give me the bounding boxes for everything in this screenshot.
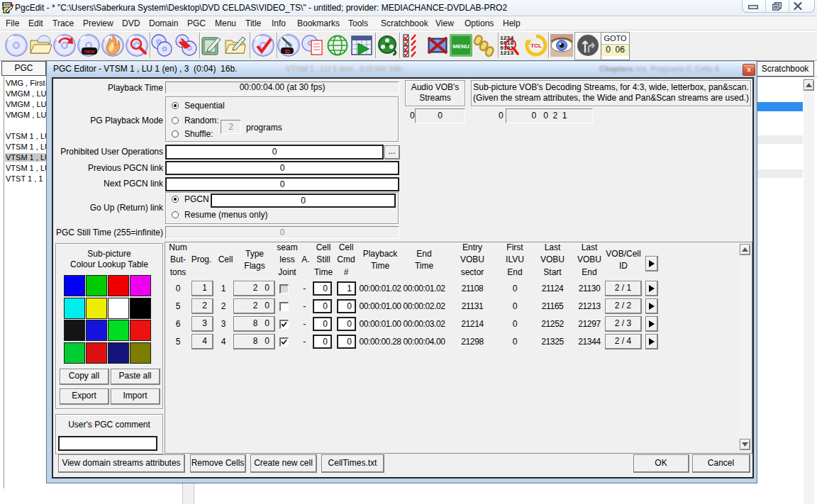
svg-text:MENU: MENU (452, 43, 469, 50)
svg-text:new: new (84, 48, 95, 55)
svg-text:ID: ID (285, 49, 290, 54)
svg-text:TCL: TCL (530, 43, 542, 49)
svg-text:1213: 1213 (500, 50, 513, 56)
